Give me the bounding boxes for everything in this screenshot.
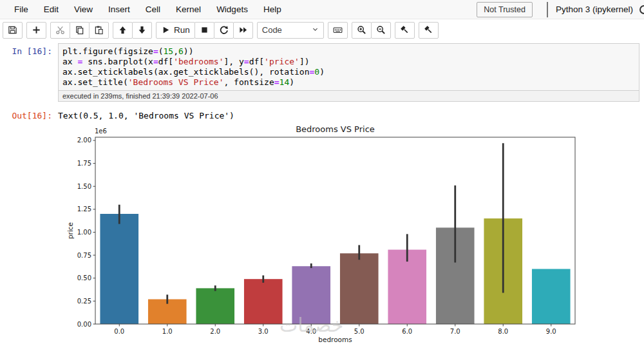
toolbar: RunCode (0, 19, 644, 41)
svg-text:3.0: 3.0 (258, 328, 269, 335)
svg-text:2.00: 2.00 (77, 137, 91, 144)
svg-text:0.00: 0.00 (77, 321, 91, 328)
output-prompt: Out[16]: (0, 108, 58, 120)
notebook: In [16]: plt.figure(figsize=(15,6))ax = … (0, 43, 644, 344)
svg-text:9.0: 9.0 (546, 328, 556, 335)
kernel-idle-circle-icon (639, 5, 644, 14)
paste-cell-button[interactable] (89, 22, 109, 39)
input-area: plt.figure(figsize=(15,6))ax = sns.barpl… (58, 43, 639, 102)
svg-text:1.75: 1.75 (77, 160, 91, 167)
code-editor[interactable]: plt.figure(figsize=(15,6))ax = sns.barpl… (59, 44, 639, 90)
refresh-icon (219, 25, 229, 35)
restart-kernel-button[interactable] (214, 22, 234, 39)
insert-cell-below-button[interactable] (26, 22, 46, 39)
zoom-in-button[interactable] (352, 22, 372, 39)
toolbar-group (395, 22, 415, 39)
gavel-icon (424, 25, 433, 35)
svg-text:2.0: 2.0 (210, 328, 220, 335)
move-cell-down-button[interactable] (132, 22, 152, 39)
svg-text:0.25: 0.25 (77, 298, 91, 305)
cell-type-select[interactable]: Code (257, 22, 324, 39)
menu-cell[interactable]: Cell (138, 0, 168, 19)
kernel-divider (547, 2, 548, 17)
svg-text:0.0: 0.0 (114, 328, 124, 335)
svg-text:1.50: 1.50 (77, 183, 91, 190)
svg-text:1.00: 1.00 (77, 229, 91, 236)
arrow-up-icon (118, 25, 128, 35)
svg-text:1e6: 1e6 (95, 128, 107, 135)
svg-text:1.25: 1.25 (77, 205, 91, 213)
copy-icon (75, 25, 84, 35)
keyboard-icon (333, 25, 343, 35)
bar-chart: 0.000.250.500.751.001.251.501.752.000.01… (67, 123, 577, 344)
arrow-down-icon (137, 25, 147, 35)
copy-cell-button[interactable] (70, 22, 90, 39)
kernel-name: Python 3 (ipykernel) (556, 5, 633, 14)
toolbar-group (328, 22, 348, 39)
svg-text:Bedrooms VS Price: Bedrooms VS Price (296, 124, 375, 134)
run-button[interactable]: Run (156, 22, 195, 39)
toolbar-group (3, 22, 23, 39)
code-line: ax.set_title('Bedrooms VS Price', fontsi… (62, 77, 635, 88)
save-button[interactable] (3, 22, 23, 39)
not-trusted-button[interactable]: Not Trusted (477, 2, 533, 17)
paste-icon (94, 25, 104, 35)
execution-status: executed in 239ms, finished 21:39:39 202… (59, 90, 639, 101)
code-cell: In [16]: plt.figure(figsize=(15,6))ax = … (0, 43, 644, 102)
menubar-right: Not Trusted Python 3 (ipykernel) (477, 0, 644, 19)
interrupt-kernel-button[interactable] (194, 22, 214, 39)
output-figure: 0.000.250.500.751.001.251.501.752.000.01… (67, 123, 577, 344)
svg-text:1.0: 1.0 (162, 328, 173, 335)
output-text: Text(0.5, 1.0, 'Bedrooms VS Price') (58, 108, 234, 120)
move-cell-up-button[interactable] (113, 22, 133, 39)
nbextension-button-2[interactable] (419, 22, 439, 39)
svg-text:4.0: 4.0 (306, 328, 316, 335)
toolbar-group (352, 22, 391, 39)
command-palette-button[interactable] (328, 22, 348, 39)
svg-text:price: price (67, 222, 74, 239)
zoom-out-icon (376, 25, 386, 35)
save-icon (8, 25, 17, 35)
svg-text:0.50: 0.50 (77, 274, 91, 282)
menubar: FileEditViewInsertCellKernelWidgetsHelp … (0, 0, 644, 19)
restart-run-all-button[interactable] (233, 22, 253, 39)
code-line: ax = sns.barplot(x=df['bedrooms'], y=df[… (62, 57, 635, 67)
menu-help[interactable]: Help (256, 0, 289, 19)
menu-insert[interactable]: Insert (100, 0, 138, 19)
menu-widgets[interactable]: Widgets (209, 0, 256, 19)
zoom-in-icon (357, 25, 366, 35)
output-cell: Out[16]: Text(0.5, 1.0, 'Bedrooms VS Pri… (0, 108, 644, 120)
cut-icon (55, 25, 65, 35)
chevron-down-icon (312, 25, 319, 35)
menu-kernel[interactable]: Kernel (168, 0, 209, 19)
play-icon (161, 25, 171, 35)
menu-view[interactable]: View (66, 0, 100, 19)
code-line: ax.set_xticklabels(ax.get_xticklabels(),… (62, 67, 635, 77)
toolbar-group (419, 22, 439, 39)
svg-text:5.0: 5.0 (354, 328, 365, 335)
stop-icon (200, 25, 209, 35)
toolbar-group (26, 22, 46, 39)
nbextension-button-1[interactable] (395, 22, 415, 39)
plus-icon (32, 25, 41, 35)
gavel-icon (400, 25, 410, 35)
toolbar-group: Run (156, 22, 253, 39)
zoom-out-button[interactable] (371, 22, 391, 39)
cell-type-value: Code (262, 25, 282, 35)
fast-forward-icon (238, 25, 248, 35)
cut-cell-button[interactable] (50, 22, 70, 39)
toolbar-group (50, 22, 109, 39)
svg-text:bedrooms: bedrooms (318, 336, 352, 343)
svg-text:0.75: 0.75 (77, 252, 91, 259)
toolbar-group (113, 22, 152, 39)
code-line: plt.figure(figsize=(15,6)) (62, 46, 635, 57)
svg-text:6.0: 6.0 (402, 328, 412, 335)
svg-text:8.0: 8.0 (498, 328, 508, 335)
menu-edit[interactable]: Edit (36, 0, 66, 19)
svg-text:7.0: 7.0 (450, 328, 460, 335)
menu-file[interactable]: File (6, 0, 36, 19)
run-button-label: Run (174, 25, 190, 35)
input-prompt: In [16]: (0, 43, 58, 102)
